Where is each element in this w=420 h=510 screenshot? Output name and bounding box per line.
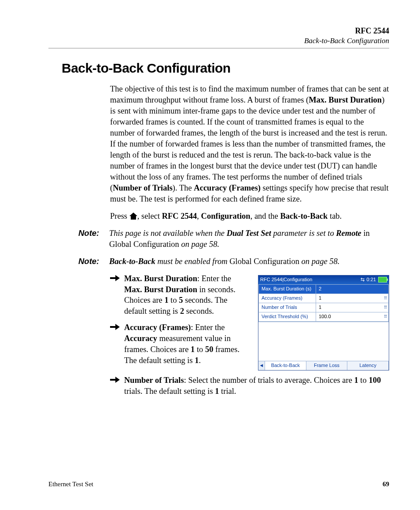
arrow-right-icon xyxy=(110,375,124,397)
text: ). The xyxy=(173,183,194,192)
device-screenshot: RFC 2544|Configuration ⇆ 0:21 Max. Burst… xyxy=(258,275,389,371)
text: This page is not available when the xyxy=(109,229,227,238)
xref: Global Configuration xyxy=(229,257,299,266)
device-tab[interactable]: Back-to-Back xyxy=(265,361,306,370)
note-label: Note: xyxy=(78,256,109,267)
device-param-row[interactable]: Verdict Threshold (%)100.0⠿ xyxy=(259,312,389,321)
page-title: Back-to-Back Configuration xyxy=(62,61,389,76)
grip-icon: ⠿ xyxy=(384,307,387,308)
text: on page 58. xyxy=(299,257,339,266)
arrow-right-icon xyxy=(110,273,124,317)
device-param-row[interactable]: Number of Trials1⠿ xyxy=(259,303,389,312)
device-titlebar: RFC 2544|Configuration ⇆ 0:21 xyxy=(258,275,389,284)
device-time: 0:21 xyxy=(367,276,376,283)
device-param-label: Accuracy (Frames) xyxy=(259,294,316,303)
link-icon: ⇆ xyxy=(361,276,365,283)
bold-term: Configuration xyxy=(201,212,251,220)
bold-term: Dual Test Set xyxy=(227,229,271,238)
text: ) is sent with minimum inter-frame gaps … xyxy=(110,95,387,192)
chapter-label: RFC 2544 xyxy=(48,26,389,36)
grip-icon: ⠿ xyxy=(384,297,387,299)
bullet-text: Number of Trials: Select the number of t… xyxy=(124,375,389,397)
device-tab[interactable]: Latency xyxy=(347,361,389,370)
arrow-right-icon xyxy=(110,322,124,366)
xref: Global Configuration xyxy=(109,240,179,249)
bold-term: Accuracy (Frames) xyxy=(194,183,261,192)
bullet-item: Number of Trials: Select the number of t… xyxy=(110,375,389,397)
section-label: Back-to-Back Configuration xyxy=(48,37,389,45)
running-header: RFC 2544 Back-to-Back Configuration xyxy=(48,26,389,48)
text: on page 58. xyxy=(179,240,219,249)
device-param-row[interactable]: Max. Burst Duration (s)2⠿ xyxy=(259,284,389,294)
text: , xyxy=(197,212,201,220)
text: Press xyxy=(110,212,129,220)
bullet-text: Accuracy (Frames): Enter the Accuracy me… xyxy=(124,322,250,366)
bold-term: Max. Burst Duration xyxy=(309,95,382,104)
note-block-1: Note: This page is not available when th… xyxy=(78,228,389,250)
text: , and the xyxy=(251,212,280,220)
device-blank-area xyxy=(258,322,389,361)
note-block-2: Note: Back-to-Back must be enabled from … xyxy=(78,256,389,267)
bold-term: Number of Trials xyxy=(113,183,173,192)
text: in xyxy=(361,229,370,238)
device-param-label: Verdict Threshold (%) xyxy=(259,312,316,321)
bold-term: Back-to-Back xyxy=(280,212,328,220)
bullet-item: Accuracy (Frames): Enter the Accuracy me… xyxy=(110,322,250,366)
device-param-table: Max. Burst Duration (s)2⠿Accuracy (Frame… xyxy=(258,284,389,322)
bold-term: RFC 2544 xyxy=(162,212,197,220)
battery-icon xyxy=(378,277,387,283)
bullet-item: Max. Burst Duration: Enter the Max. Burs… xyxy=(110,273,250,317)
text: parameter is set to xyxy=(271,229,336,238)
device-param-label: Number of Trials xyxy=(259,303,316,312)
intro-paragraph: The objective of this test is to find th… xyxy=(110,84,389,222)
home-icon xyxy=(129,213,137,220)
device-param-row[interactable]: Accuracy (Frames)1⠿ xyxy=(259,294,389,303)
bold-term: Back-to-Back xyxy=(109,257,155,266)
device-param-value[interactable]: 1⠿ xyxy=(316,303,389,312)
device-tab[interactable]: Frame Loss xyxy=(306,361,348,370)
device-tabbar: ◄ Back-to-BackFrame LossLatency xyxy=(258,361,389,370)
note-label: Note: xyxy=(78,228,109,250)
text: must be enabled from xyxy=(155,257,229,266)
device-param-value[interactable]: 100.0⠿ xyxy=(316,312,389,321)
text: tab. xyxy=(328,212,342,220)
scroll-left-icon[interactable]: ◄ xyxy=(258,361,265,370)
bullet-text: Max. Burst Duration: Enter the Max. Burs… xyxy=(124,273,250,317)
page-footer: Ethernet Test Set 69 xyxy=(48,481,389,488)
footer-product: Ethernet Test Set xyxy=(48,481,93,488)
device-param-label: Max. Burst Duration (s) xyxy=(259,284,316,294)
device-param-value[interactable]: 1⠿ xyxy=(316,294,389,303)
footer-page-number: 69 xyxy=(383,481,389,488)
device-breadcrumb: RFC 2544|Configuration xyxy=(260,276,312,283)
text: , select xyxy=(137,212,162,220)
bold-term: Remote xyxy=(336,229,361,238)
device-param-value[interactable]: 2⠿ xyxy=(316,284,389,294)
grip-icon: ⠿ xyxy=(384,316,387,318)
grip-icon: ⠿ xyxy=(384,288,387,290)
